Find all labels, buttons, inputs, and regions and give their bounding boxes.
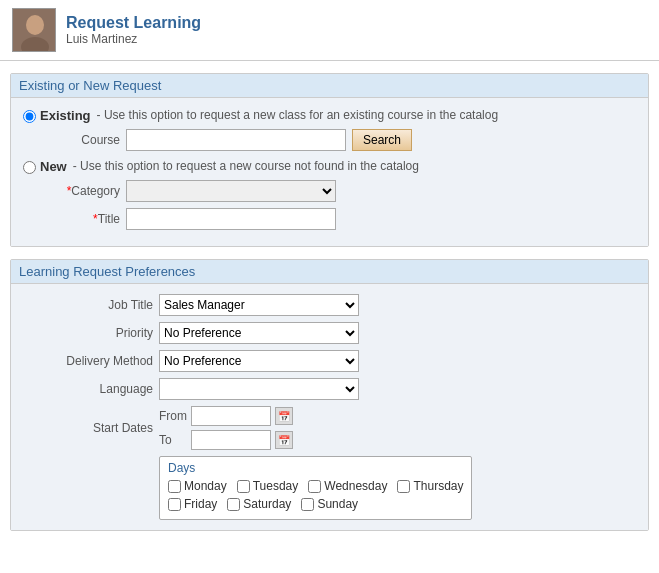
to-label: To <box>159 433 187 447</box>
priority-label: Priority <box>23 326 153 340</box>
language-row: Language English Spanish French <box>23 378 636 400</box>
sunday-label: Sunday <box>317 497 358 511</box>
title-field-row: Title <box>45 208 636 230</box>
days-outer: Days Monday Tuesday Wednesday <box>159 456 636 520</box>
friday-item[interactable]: Friday <box>168 497 217 511</box>
preferences-panel-title: Learning Request Preferences <box>11 260 648 284</box>
dates-inner: From 📅 To 📅 <box>159 406 293 450</box>
new-radio-row: New - Use this option to request a new c… <box>23 159 636 174</box>
existing-radio[interactable] <box>23 110 36 123</box>
days-panel: Days Monday Tuesday Wednesday <box>159 456 472 520</box>
days-title: Days <box>168 461 463 475</box>
existing-new-panel-title: Existing or New Request <box>11 74 648 98</box>
preferences-panel-body: Job Title Sales Manager Manager Director… <box>11 284 648 530</box>
job-title-select[interactable]: Sales Manager Manager Director <box>159 294 359 316</box>
job-title-label: Job Title <box>23 298 153 312</box>
svg-point-3 <box>28 18 42 34</box>
user-name: Luis Martinez <box>66 32 201 46</box>
language-label: Language <box>23 382 153 396</box>
page-header: Request Learning Luis Martinez <box>0 0 659 61</box>
header-text: Request Learning Luis Martinez <box>66 14 201 46</box>
saturday-checkbox[interactable] <box>227 498 240 511</box>
course-field-row: Course Search <box>45 129 636 151</box>
existing-new-panel: Existing or New Request Existing - Use t… <box>10 73 649 247</box>
sunday-checkbox[interactable] <box>301 498 314 511</box>
job-title-row: Job Title Sales Manager Manager Director <box>23 294 636 316</box>
days-row-1: Monday Tuesday Wednesday Thursday <box>168 479 463 493</box>
tuesday-item[interactable]: Tuesday <box>237 479 299 493</box>
language-select[interactable]: English Spanish French <box>159 378 359 400</box>
tuesday-label: Tuesday <box>253 479 299 493</box>
category-label: Category <box>45 184 120 198</box>
delivery-label: Delivery Method <box>23 354 153 368</box>
delivery-method-row: Delivery Method No Preference Classroom … <box>23 350 636 372</box>
from-calendar-icon[interactable]: 📅 <box>275 407 293 425</box>
avatar <box>12 8 56 52</box>
monday-checkbox[interactable] <box>168 480 181 493</box>
existing-label: Existing <box>40 108 91 123</box>
to-calendar-icon[interactable]: 📅 <box>275 431 293 449</box>
saturday-item[interactable]: Saturday <box>227 497 291 511</box>
existing-radio-row: Existing - Use this option to request a … <box>23 108 636 123</box>
preferences-panel: Learning Request Preferences Job Title S… <box>10 259 649 531</box>
thursday-label: Thursday <box>413 479 463 493</box>
priority-select[interactable]: No Preference Low Medium High <box>159 322 359 344</box>
friday-label: Friday <box>184 497 217 511</box>
title-label: Title <box>45 212 120 226</box>
priority-row: Priority No Preference Low Medium High <box>23 322 636 344</box>
start-dates-label: Start Dates <box>23 421 153 435</box>
start-dates-section: Start Dates From 📅 To 📅 <box>23 406 636 450</box>
delivery-select[interactable]: No Preference Classroom Online Blended <box>159 350 359 372</box>
title-input[interactable] <box>126 208 336 230</box>
existing-new-panel-body: Existing - Use this option to request a … <box>11 98 648 246</box>
to-date-row: To 📅 <box>159 430 293 450</box>
monday-item[interactable]: Monday <box>168 479 227 493</box>
thursday-item[interactable]: Thursday <box>397 479 463 493</box>
course-input[interactable] <box>126 129 346 151</box>
page-title: Request Learning <box>66 14 201 32</box>
days-row-2: Friday Saturday Sunday <box>168 497 463 511</box>
monday-label: Monday <box>184 479 227 493</box>
course-label: Course <box>45 133 120 147</box>
from-date-input[interactable] <box>191 406 271 426</box>
tuesday-checkbox[interactable] <box>237 480 250 493</box>
wednesday-label: Wednesday <box>324 479 387 493</box>
to-date-input[interactable] <box>191 430 271 450</box>
thursday-checkbox[interactable] <box>397 480 410 493</box>
category-field-row: Category <box>45 180 636 202</box>
new-label: New <box>40 159 67 174</box>
from-label: From <box>159 409 187 423</box>
friday-checkbox[interactable] <box>168 498 181 511</box>
existing-desc: - Use this option to request a new class… <box>97 108 499 122</box>
from-date-row: From 📅 <box>159 406 293 426</box>
wednesday-item[interactable]: Wednesday <box>308 479 387 493</box>
new-desc: - Use this option to request a new cours… <box>73 159 419 173</box>
saturday-label: Saturday <box>243 497 291 511</box>
sunday-item[interactable]: Sunday <box>301 497 358 511</box>
new-radio[interactable] <box>23 161 36 174</box>
search-button[interactable]: Search <box>352 129 412 151</box>
category-select[interactable] <box>126 180 336 202</box>
wednesday-checkbox[interactable] <box>308 480 321 493</box>
